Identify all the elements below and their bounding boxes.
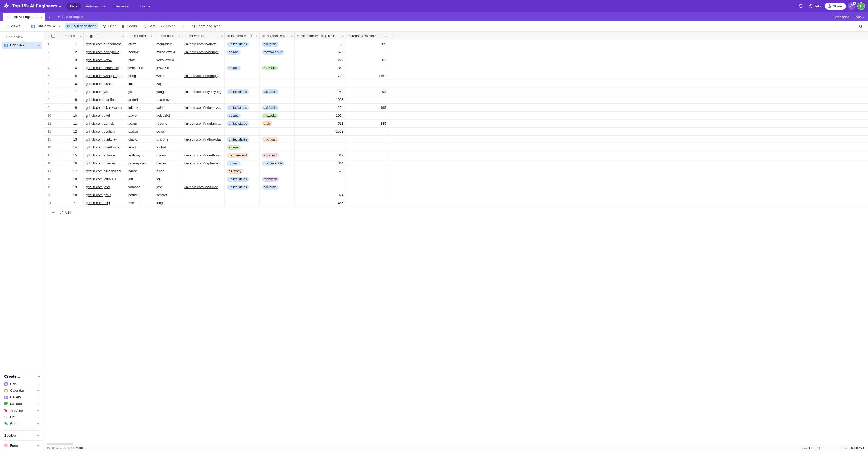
hidden-fields-label: 15 hidden fields <box>72 24 96 28</box>
table-tabs-dropdown[interactable] <box>46 13 54 21</box>
table-row[interactable]: 1313github.com/thinkclayclaytonunicornli… <box>44 136 868 144</box>
share-label: Share <box>833 4 842 8</box>
table-row[interactable]: 77github.com/yileiyileiyanglinkedin.com/… <box>44 88 868 96</box>
create-header[interactable]: Create... <box>2 372 42 381</box>
create-gantt[interactable]: Gantt <box>2 420 42 427</box>
app-logo[interactable] <box>3 3 9 9</box>
col-header-last-name[interactable]: last name <box>154 32 182 40</box>
add-expand-button[interactable]: Add... <box>60 211 73 215</box>
table-row[interactable]: 1515github.com/ablaomanthonyblaomlinkedi… <box>44 151 868 159</box>
svg-point-49 <box>4 418 5 418</box>
svg-point-8 <box>53 25 54 26</box>
table-row[interactable]: 1212github.com/pschuhparkerschuh2553 <box>44 127 868 136</box>
svg-rect-12 <box>123 25 124 26</box>
table-row[interactable]: 1717github.com/berndbischlberndbischlger… <box>44 167 868 175</box>
history-icon[interactable] <box>797 2 805 10</box>
table-row[interactable]: 33github.com/koz4kpiotrkozakowski227501 <box>44 56 868 64</box>
svg-rect-37 <box>6 397 7 399</box>
col-header-first-name[interactable]: first name <box>126 32 154 40</box>
table-row[interactable]: 55github.com/wangpengmitpengwanglinkedin… <box>44 72 868 80</box>
view-switcher[interactable]: Grid view <box>29 23 63 29</box>
table-row[interactable]: 1616github.com/pbiecekprzemyslawbiecekli… <box>44 159 868 167</box>
table-tab-active[interactable]: Top 15k AI Engineers <box>3 13 45 21</box>
grid-body[interactable]: 11github.com/afrozenatorafrozmohiuddinli… <box>44 40 868 445</box>
chevron-down-icon <box>59 3 61 9</box>
create-form[interactable]: Form <box>2 442 42 449</box>
table-row[interactable]: 66github.com/lukaculukazajc <box>44 80 868 88</box>
tools-label: Tools <box>854 15 862 19</box>
table-row[interactable]: 1818github.com/jefflai108jefflaiunited s… <box>44 175 868 183</box>
sum-tf[interactable]: Sum1660753 <box>823 446 866 450</box>
row-height-button[interactable] <box>179 23 187 29</box>
svg-line-20 <box>861 27 862 28</box>
svg-rect-35 <box>6 396 7 397</box>
separator <box>26 24 26 28</box>
sort-button[interactable]: Sort <box>141 23 157 29</box>
add-row-button[interactable] <box>50 209 57 216</box>
table-row[interactable]: 1414github.com/imadtoubalimadtoubalalger… <box>44 144 868 151</box>
hidden-fields-button[interactable]: 15 hidden fields <box>65 23 98 29</box>
table-row[interactable]: 1111github.com/adarobadamrobertslinkedin… <box>44 120 868 127</box>
color-button[interactable]: Color <box>159 23 177 29</box>
search-button[interactable] <box>856 23 865 30</box>
svg-rect-36 <box>5 397 6 399</box>
col-header-ml-rank[interactable]: machine-learning rank <box>294 32 346 40</box>
nav-tab-data[interactable]: Data <box>66 3 81 10</box>
svg-rect-27 <box>5 383 8 385</box>
svg-rect-39 <box>6 402 7 405</box>
create-timeline[interactable]: Timeline <box>2 407 42 414</box>
extensions-button[interactable]: Extensions <box>833 15 849 19</box>
share-button[interactable]: Share <box>825 3 846 9</box>
col-header-region[interactable]: location region <box>259 32 294 40</box>
share-sync-button[interactable]: Share and sync <box>189 23 222 29</box>
table-row[interactable]: 88github.com/manifestandreinesterov1985 <box>44 96 868 104</box>
svg-point-15 <box>163 27 164 27</box>
table-row[interactable]: 2020github.com/pat-spatrickschratz974 <box>44 191 868 199</box>
create-gallery[interactable]: Gallery <box>2 394 42 400</box>
table-row[interactable]: 1010github.com/pkolpawełkołodziejpolandm… <box>44 112 868 120</box>
notifications-button[interactable]: 1 <box>848 2 855 10</box>
user-avatar[interactable]: H <box>858 2 865 10</box>
create-calendar[interactable]: Calendar <box>2 387 42 394</box>
add-column-button[interactable] <box>389 32 394 40</box>
svg-rect-13 <box>124 25 125 26</box>
base-title-dropdown[interactable]: Top 15k AI Engineers <box>12 3 61 9</box>
col-header-country[interactable]: location count… <box>225 32 259 40</box>
col-header-rank[interactable]: rank <box>62 32 84 40</box>
nav-tab-forms[interactable]: Forms <box>136 3 154 10</box>
table-row[interactable]: 11github.com/afrozenatorafrozmohiuddinli… <box>44 40 868 48</box>
find-view-input[interactable] <box>6 35 50 39</box>
svg-rect-38 <box>5 402 5 404</box>
views-button[interactable]: Views <box>3 23 23 29</box>
sidebar-view-grid[interactable]: Grid view <box>2 41 42 49</box>
tools-button[interactable]: Tools <box>854 15 865 19</box>
sum-ml[interactable]: Sum8885220 <box>772 446 823 450</box>
table-row[interactable]: 44github.com/sebastianjasz…sebastianjasz… <box>44 64 868 72</box>
chevron-down-icon <box>59 24 61 28</box>
help-button[interactable]: Help <box>807 3 823 9</box>
svg-rect-14 <box>123 27 124 28</box>
nav-tab-automations[interactable]: Automations <box>82 3 108 10</box>
table-row[interactable]: 1919github.com/jastivamseejastilinkedin.… <box>44 183 868 191</box>
svg-rect-50 <box>5 422 6 423</box>
col-header-github[interactable]: github <box>84 32 126 40</box>
create-kanban[interactable]: Kanban <box>2 400 42 407</box>
views-label: Views <box>10 24 20 28</box>
col-header-linkedin[interactable]: linkedin url <box>182 32 225 40</box>
nav-tab-interfaces[interactable]: Interfaces <box>110 3 132 10</box>
col-header-tf-rank[interactable]: tensorflow rank <box>346 32 389 40</box>
table-row[interactable]: 2121github.com/mllgmichellang456 <box>44 199 868 207</box>
create-grid[interactable]: Grid <box>2 381 42 387</box>
svg-rect-51 <box>5 423 7 424</box>
add-table-button[interactable]: Add or import <box>54 13 86 21</box>
table-row[interactable]: 99github.com/lukaszkaiserlukaszkaiserlin… <box>44 104 868 112</box>
chevron-down-icon <box>40 15 42 19</box>
group-button[interactable]: Group <box>120 23 139 29</box>
select-all-checkbox[interactable] <box>51 34 55 38</box>
create-section[interactable]: Section <box>2 432 42 439</box>
horizontal-scroll-indicator <box>46 443 73 445</box>
table-row[interactable]: 22github.com/henrykmichal…henrykmichalew… <box>44 48 868 56</box>
filter-button[interactable]: Filter <box>100 23 118 29</box>
create-list[interactable]: List <box>2 414 42 420</box>
nav-tabs: Data Automations Interfaces Forms <box>66 3 154 10</box>
